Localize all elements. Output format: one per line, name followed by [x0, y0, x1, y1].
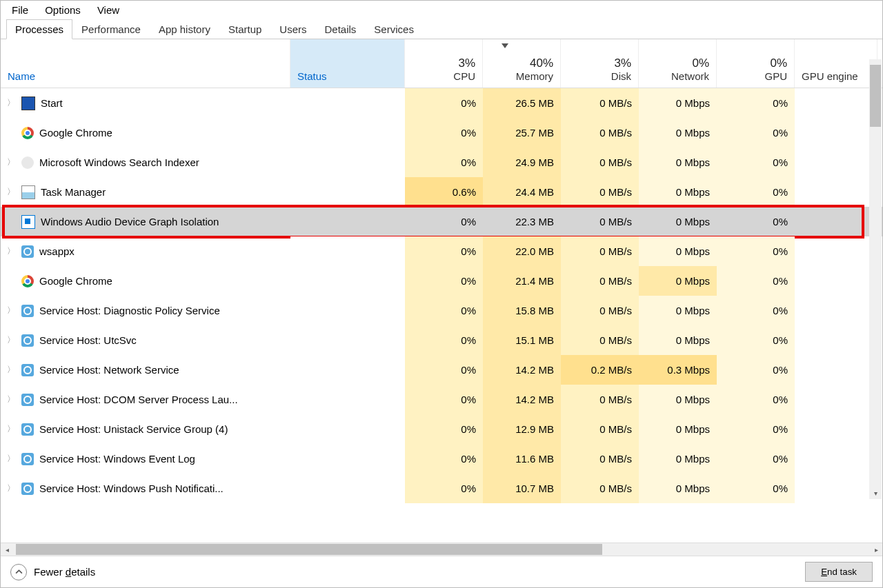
- col-gpu[interactable]: 0%GPU: [717, 39, 795, 88]
- process-name-cell: 〉Service Host: Unistack Service Group (4…: [1, 414, 290, 444]
- horizontal-scrollbar[interactable]: ◂ ▸: [1, 543, 882, 556]
- process-row[interactable]: 〉Start0%26.5 MB0 MB/s0 Mbps0%: [1, 88, 882, 118]
- expand-icon[interactable]: 〉: [6, 334, 16, 346]
- expand-icon[interactable]: 〉: [6, 394, 16, 405]
- memory-cell: 10.7 MB: [483, 474, 561, 503]
- network-cell: 0 Mbps: [639, 444, 717, 474]
- network-cell: 0 Mbps: [639, 414, 717, 444]
- menu-file[interactable]: File: [12, 3, 28, 17]
- network-cell: 0 Mbps: [639, 88, 717, 118]
- expand-icon[interactable]: 〉: [6, 97, 16, 109]
- expand-icon[interactable]: 〉: [6, 453, 16, 465]
- process-name-cell: 〉Service Host: DCOM Server Process Lau..…: [1, 385, 290, 414]
- status-cell: [290, 355, 405, 385]
- hscroll-thumb[interactable]: [16, 544, 602, 555]
- tab-processes[interactable]: Processes: [6, 19, 72, 39]
- process-row[interactable]: Google Chrome0%21.4 MB0 MB/s0 Mbps0%: [1, 266, 882, 296]
- tab-app-history[interactable]: App history: [150, 19, 219, 39]
- status-cell: [290, 118, 405, 148]
- cpu-cell: 0%: [405, 414, 483, 444]
- network-cell: 0.3 Mbps: [639, 355, 717, 385]
- col-gpu-engine[interactable]: GPU engine: [795, 39, 877, 88]
- col-status[interactable]: Status: [290, 39, 405, 88]
- col-disk[interactable]: 3%Disk: [561, 39, 639, 88]
- memory-cell: 14.2 MB: [483, 355, 561, 385]
- process-name-cell: 〉Service Host: UtcSvc: [1, 325, 290, 355]
- scroll-right-icon[interactable]: ▸: [870, 543, 882, 556]
- col-network[interactable]: 0%Network: [639, 39, 717, 88]
- process-row[interactable]: 〉Service Host: Network Service0%14.2 MB0…: [1, 355, 882, 385]
- chevron-up-icon: [10, 564, 27, 580]
- expand-icon[interactable]: 〉: [6, 483, 16, 494]
- col-name[interactable]: Name: [1, 39, 290, 88]
- start-icon: [21, 97, 35, 110]
- expand-icon[interactable]: 〉: [6, 245, 16, 257]
- process-row[interactable]: 〉Service Host: Windows Push Notificati..…: [1, 474, 882, 503]
- menu-view[interactable]: View: [97, 3, 119, 17]
- disk-cell: 0 MB/s: [561, 385, 639, 414]
- scroll-thumb[interactable]: [870, 65, 881, 127]
- process-name-cell: 〉Task Manager: [1, 177, 290, 207]
- column-headers: Name Status 3%CPU 40%Memory 3%Disk 0%Net…: [1, 39, 882, 88]
- vertical-scrollbar[interactable]: ▴ ▾: [869, 59, 882, 499]
- gear-icon: [21, 364, 34, 376]
- disk-cell: 0 MB/s: [561, 266, 639, 296]
- tab-services[interactable]: Services: [365, 19, 423, 39]
- gpu-cell: 0%: [717, 148, 795, 177]
- cpu-cell: 0%: [405, 236, 483, 266]
- expand-icon[interactable]: 〉: [6, 305, 16, 316]
- tab-strip: ProcessesPerformanceApp historyStartupUs…: [1, 19, 882, 39]
- process-row[interactable]: 〉Task Manager0.6%24.4 MB0 MB/s0 Mbps0%: [1, 177, 882, 207]
- status-cell: [290, 325, 405, 355]
- process-row[interactable]: 〉Service Host: Diagnostic Policy Service…: [1, 296, 882, 325]
- status-cell: [290, 474, 405, 503]
- memory-cell: 12.9 MB: [483, 414, 561, 444]
- gpu-cell: 0%: [717, 236, 795, 266]
- gear-icon: [21, 423, 34, 436]
- network-cell: 0 Mbps: [639, 474, 717, 503]
- menu-options[interactable]: Options: [45, 3, 81, 17]
- tab-performance[interactable]: Performance: [72, 19, 150, 39]
- col-cpu[interactable]: 3%CPU: [405, 39, 483, 88]
- task-manager-window: File Options View ProcessesPerformanceAp…: [0, 0, 883, 588]
- cpu-cell: 0%: [405, 148, 483, 177]
- process-grid: Name Status 3%CPU 40%Memory 3%Disk 0%Net…: [1, 39, 882, 543]
- cpu-cell: 0%: [405, 118, 483, 148]
- gpu-engine-cell: [795, 444, 877, 474]
- gpu-cell: 0%: [717, 88, 795, 118]
- memory-cell: 22.3 MB: [483, 207, 561, 236]
- process-row[interactable]: 〉Service Host: DCOM Server Process Lau..…: [1, 385, 882, 414]
- tab-details[interactable]: Details: [316, 19, 366, 39]
- col-memory[interactable]: 40%Memory: [483, 39, 561, 88]
- process-row[interactable]: 〉Service Host: Windows Event Log0%11.6 M…: [1, 444, 882, 474]
- expand-icon[interactable]: 〉: [6, 156, 16, 168]
- process-row[interactable]: Google Chrome0%25.7 MB0 MB/s0 Mbps0%: [1, 118, 882, 148]
- tab-startup[interactable]: Startup: [219, 19, 270, 39]
- network-cell: 0 Mbps: [639, 385, 717, 414]
- scroll-down-icon[interactable]: ▾: [869, 487, 882, 499]
- expand-icon[interactable]: 〉: [6, 364, 16, 376]
- network-cell: 0 Mbps: [639, 207, 717, 236]
- expand-icon[interactable]: 〉: [6, 423, 16, 435]
- process-row[interactable]: Windows Audio Device Graph Isolation0%22…: [1, 207, 882, 236]
- memory-cell: 11.6 MB: [483, 444, 561, 474]
- gpu-engine-cell: [795, 148, 877, 177]
- status-cell: [290, 88, 405, 118]
- expand-icon[interactable]: 〉: [6, 186, 16, 198]
- fewer-details-button[interactable]: Fewer detailsFewer details: [10, 564, 95, 580]
- network-cell: 0 Mbps: [639, 296, 717, 325]
- network-cell: 0 Mbps: [639, 177, 717, 207]
- scroll-left-icon[interactable]: ◂: [1, 543, 13, 556]
- memory-cell: 24.9 MB: [483, 148, 561, 177]
- network-cell: 0 Mbps: [639, 236, 717, 266]
- status-cell: [290, 177, 405, 207]
- process-row[interactable]: 〉Service Host: UtcSvc0%15.1 MB0 MB/s0 Mb…: [1, 325, 882, 355]
- disk-cell: 0 MB/s: [561, 296, 639, 325]
- tab-users[interactable]: Users: [270, 19, 315, 39]
- process-row[interactable]: 〉Microsoft Windows Search Indexer0%24.9 …: [1, 148, 882, 177]
- memory-cell: 15.8 MB: [483, 296, 561, 325]
- end-task-button[interactable]: End task: [805, 562, 873, 582]
- process-row[interactable]: 〉Service Host: Unistack Service Group (4…: [1, 414, 882, 444]
- process-row[interactable]: 〉wsappx0%22.0 MB0 MB/s0 Mbps0%: [1, 236, 882, 266]
- process-name-cell: 〉Microsoft Windows Search Indexer: [1, 148, 290, 177]
